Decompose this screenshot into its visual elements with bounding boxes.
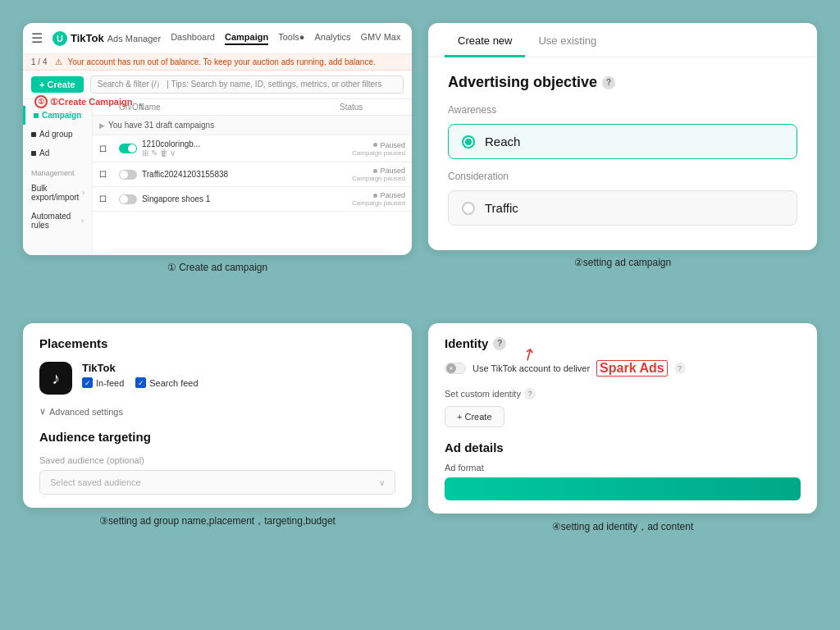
- spark-ads-row: Use TikTok account to deliver Spark Ads …: [445, 360, 801, 377]
- tab-use-existing[interactable]: Use existing: [525, 23, 609, 57]
- identity-header: Identity ?: [445, 336, 801, 350]
- search-label: Search feed: [149, 378, 198, 388]
- spark-highlight: Spark Ads: [596, 360, 668, 377]
- q3-caption: ③setting ad group name,placement，targeti…: [99, 514, 336, 528]
- row3-checkbox[interactable]: ☐: [99, 194, 119, 203]
- custom-identity-info[interactable]: ?: [524, 388, 536, 399]
- create-identity-button[interactable]: + Create: [445, 406, 504, 427]
- adgroup-dot: [31, 132, 36, 137]
- row1-paused: Paused: [373, 141, 405, 149]
- sidebar-bulk-export[interactable]: Bulk export/import ›: [23, 179, 92, 207]
- advertising-objective-title: Advertising objective ?: [448, 74, 797, 91]
- tiktok-header: ☰ U TikTok Ads Manager Dashboard Campaig…: [23, 23, 412, 54]
- traffic-radio[interactable]: [462, 202, 475, 215]
- nav-dashboard[interactable]: Dashboard: [171, 32, 215, 45]
- row3-toggle[interactable]: [119, 194, 137, 204]
- main-content: On/Off Name Status ▶ You have 31 draft c…: [93, 99, 412, 255]
- objective-title-text: Advertising objective: [448, 74, 597, 91]
- quadrant-3: Placements ♪ TikTok ✓ In-feed ✓ Search f…: [15, 315, 420, 615]
- sidebar-automated-rules[interactable]: Automated rules ›: [23, 207, 92, 235]
- row1-checkbox[interactable]: ☐: [99, 144, 119, 153]
- search-bar[interactable]: Search & filter (/） | Tips: Search by na…: [90, 75, 404, 94]
- spark-ads-toggle[interactable]: [445, 363, 466, 374]
- sidebar-item-campaign[interactable]: Campaign: [23, 106, 92, 125]
- gray-dot: [373, 143, 377, 147]
- placements-title: Placements: [39, 336, 395, 350]
- top-nav: Dashboard Campaign Tools● Analytics GMV …: [171, 32, 400, 45]
- nav-gmvmax[interactable]: GMV Max: [361, 32, 401, 45]
- create-button[interactable]: + Create: [31, 76, 84, 93]
- search-checkbox-item[interactable]: ✓ Search feed: [135, 377, 198, 388]
- gray-dot: [373, 194, 377, 198]
- create-campaign-label: ①Create Campaign: [50, 97, 132, 107]
- sidebar: Campaign Ad group Ad Management Bulk exp…: [23, 99, 93, 255]
- traffic-option[interactable]: Traffic: [448, 190, 797, 226]
- rules-arrow: ›: [81, 217, 84, 225]
- advanced-settings[interactable]: ∨ Advanced settings: [39, 406, 395, 417]
- table-row[interactable]: ☐ 1210coloringb... ⊞ ✎ 🗑 ∨ Paused Campai…: [93, 135, 412, 162]
- q2-caption: ②setting ad campaign: [574, 257, 671, 268]
- row2-checkbox[interactable]: ☐: [99, 170, 119, 179]
- infeed-checkbox-item[interactable]: ✓ In-feed: [82, 377, 124, 388]
- col-status: Status: [340, 103, 405, 112]
- sidebar-item-adgroup[interactable]: Ad group: [23, 125, 92, 144]
- help-icon[interactable]: ?: [602, 76, 615, 89]
- row1-name: 1210coloringb...: [142, 139, 340, 148]
- infeed-label: In-feed: [96, 378, 124, 388]
- identity-wrapper: Identity ? ↙ Use TikTok account to deliv…: [445, 336, 801, 427]
- sidebar-management-label: Management: [23, 162, 92, 179]
- chevron-down-icon: ∨: [39, 406, 46, 417]
- q1-caption: ① Create ad campaign: [167, 262, 267, 273]
- identity-help-icon[interactable]: ?: [493, 337, 506, 350]
- row1-sub: Campaign paused: [352, 149, 405, 157]
- spark-arrow-wrapper: ↙ Use TikTok account to deliver Spark Ad…: [445, 360, 801, 377]
- row3-status: Paused Campaign paused: [340, 191, 405, 207]
- row2-toggle[interactable]: [119, 170, 137, 180]
- search-checkbox[interactable]: ✓: [135, 377, 146, 388]
- row3-name: Singapore shoes 1: [142, 194, 340, 203]
- saved-audience-dropdown[interactable]: Select saved audience ∨: [39, 470, 395, 495]
- table-row[interactable]: ☐ Traffic20241203155838 Paused Campaign …: [93, 162, 412, 187]
- bulk-arrow: ›: [82, 189, 84, 197]
- draft-text: You have 31 draft campaigns: [108, 121, 214, 130]
- infeed-checkbox[interactable]: ✓: [82, 377, 93, 388]
- traffic-label: Traffic: [485, 201, 518, 215]
- alert-icon: ⚠: [55, 57, 62, 66]
- row1-name-cell: 1210coloringb... ⊞ ✎ 🗑 ∨: [142, 139, 340, 158]
- draft-notice: ▶ You have 31 draft campaigns: [93, 116, 412, 135]
- audience-title: Audience targeting: [39, 430, 395, 444]
- page-indicator: 1 / 4: [31, 57, 47, 66]
- create-annotation: ① ①Create Campaign: [34, 95, 132, 108]
- row2-status: Paused Campaign paused: [340, 167, 405, 182]
- col-name: Name: [139, 103, 340, 112]
- chevron-down-icon: ∨: [379, 478, 385, 487]
- spark-info-icon[interactable]: ?: [674, 363, 686, 374]
- quadrant-2: Create new Use existing Advertising obje…: [420, 15, 825, 315]
- campaign-dot: [34, 113, 39, 118]
- nav-campaign[interactable]: Campaign: [225, 32, 268, 45]
- hamburger-icon[interactable]: ☰: [31, 30, 43, 46]
- ad-details-title: Ad details: [445, 441, 801, 454]
- gray-dot: [373, 169, 377, 173]
- row2-name: Traffic20241203155838: [142, 170, 340, 179]
- awareness-label: Awareness: [448, 104, 797, 116]
- identity-title: Identity: [445, 336, 488, 350]
- create-new-panel: Create new Use existing Advertising obje…: [428, 23, 817, 250]
- consideration-label: Consideration: [448, 171, 797, 182]
- row1-toggle[interactable]: [119, 144, 137, 153]
- sidebar-main: Campaign Ad group Ad Management Bulk exp…: [23, 99, 412, 255]
- placements-panel: Placements ♪ TikTok ✓ In-feed ✓ Search f…: [23, 323, 412, 508]
- nav-analytics[interactable]: Analytics: [314, 32, 350, 45]
- audience-section: Audience targeting Saved audience (optio…: [39, 430, 395, 495]
- tiktok-icon-box: ♪: [39, 362, 72, 395]
- reach-radio[interactable]: [462, 135, 475, 148]
- table-row[interactable]: ☐ Singapore shoes 1 Paused Campaign paus…: [93, 187, 412, 212]
- sidebar-item-ad[interactable]: Ad: [23, 144, 92, 162]
- quadrant-4: Identity ? ↙ Use TikTok account to deliv…: [420, 315, 825, 615]
- ad-details-section: Ad details Ad format: [445, 441, 801, 500]
- circled-1: ①: [34, 95, 48, 108]
- tab-create-new[interactable]: Create new: [445, 23, 525, 57]
- nav-tools[interactable]: Tools●: [278, 32, 304, 45]
- reach-option[interactable]: Reach: [448, 124, 797, 159]
- q2-body: Advertising objective ? Awareness Reach …: [428, 57, 817, 250]
